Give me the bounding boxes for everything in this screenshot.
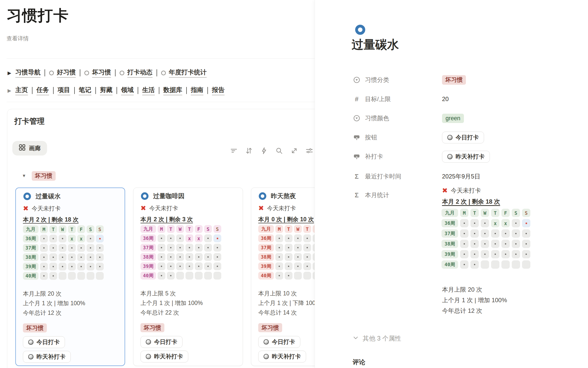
calendar-cell-dot[interactable] <box>96 263 104 270</box>
calendar-cell-dot[interactable] <box>460 250 468 258</box>
calendar-cell-dot[interactable] <box>59 244 66 252</box>
calendar-cell-dot[interactable] <box>285 272 292 280</box>
calendar-cell-dot[interactable] <box>512 219 520 227</box>
calendar-cell-dot[interactable] <box>167 262 175 270</box>
calendar-cell-dot[interactable] <box>460 240 468 248</box>
calendar-cell-dot[interactable] <box>167 272 175 280</box>
calendar-cell-empty[interactable] <box>522 260 530 269</box>
calendar-cell-dot[interactable] <box>470 250 479 258</box>
calendar-cell-dot[interactable] <box>522 229 530 238</box>
calendar-cell-dot[interactable] <box>59 263 66 270</box>
calendar-cell-empty[interactable] <box>213 272 221 280</box>
calendar-cell-x[interactable]: x <box>77 235 85 242</box>
triangle-right-icon[interactable]: ▶ <box>8 88 11 93</box>
calendar-cell-dot[interactable] <box>460 260 468 269</box>
calendar-cell-dot[interactable] <box>275 272 283 280</box>
calendar-cell-dot[interactable] <box>158 272 165 280</box>
nav-link-2[interactable]: 好习惯 <box>49 68 76 78</box>
calendar-cell-empty[interactable] <box>77 272 85 280</box>
property-value-习惯颜色[interactable]: green <box>442 111 464 125</box>
nav-link-数据库[interactable]: 数据库 <box>163 86 182 95</box>
property-value-补打卡[interactable]: 昨天补打卡 <box>442 149 490 164</box>
calendar-cell-dot[interactable] <box>522 250 530 258</box>
property-value-最近打卡时间[interactable]: 2025年9月5日 <box>442 169 480 183</box>
triangle-right-icon[interactable]: ▶ <box>8 71 11 75</box>
habit-card[interactable]: 昨天熬夜✖今天未打卡本月 0 次 | 剩余 10 次九月MTWTFSS36周37… <box>251 188 316 366</box>
calendar-cell-dot[interactable] <box>303 253 311 261</box>
checkin-button[interactable]: 今日打卡 <box>442 132 484 143</box>
search-button[interactable] <box>275 147 283 155</box>
nav-link-任务[interactable]: 任务 <box>36 86 49 95</box>
calendar-cell-dot[interactable] <box>87 235 94 242</box>
calendar-cell-dot[interactable] <box>275 244 283 252</box>
calendar-cell-dot[interactable] <box>167 234 175 242</box>
nav-link-主页[interactable]: 主页 <box>15 86 28 95</box>
calendar-cell-dot[interactable] <box>285 234 292 242</box>
calendar-cell-dot[interactable] <box>460 229 468 238</box>
calendar-cell-dot[interactable] <box>68 244 76 252</box>
checkin-button[interactable]: 今日打卡 <box>140 336 182 348</box>
calendar-cell-empty[interactable] <box>176 272 184 280</box>
calendar-cell-dot[interactable] <box>294 244 302 252</box>
calendar-cell-empty[interactable] <box>481 260 489 269</box>
calendar-cell-dot[interactable] <box>481 219 489 227</box>
calendar-cell-dot[interactable] <box>167 253 175 261</box>
nav-link-生活[interactable]: 生活 <box>142 86 155 95</box>
property-label-按钮[interactable]: 按钮 <box>353 130 377 144</box>
calendar-cell-dot[interactable] <box>213 262 221 270</box>
calendar-cell-dot[interactable] <box>49 244 57 252</box>
filter-button[interactable] <box>230 147 238 155</box>
calendar-cell-dot[interactable] <box>285 262 292 270</box>
calendar-cell-dot[interactable] <box>285 253 292 261</box>
nav-link-领域[interactable]: 领域 <box>121 86 134 95</box>
collapse-triangle-icon[interactable]: ▼ <box>22 173 26 178</box>
calendar-cell-dot[interactable] <box>68 263 76 270</box>
calendar-cell-dot[interactable] <box>204 244 212 252</box>
calendar-cell-dot[interactable] <box>303 234 311 242</box>
calendar-cell-dot[interactable] <box>96 253 104 261</box>
property-label-补打卡[interactable]: 补打卡 <box>353 149 383 164</box>
nav-link-项目[interactable]: 项目 <box>58 86 70 95</box>
calendar-cell-dot[interactable] <box>213 244 221 252</box>
calendar-cell-dot[interactable] <box>303 244 311 252</box>
calendar-cell-empty[interactable] <box>204 272 212 280</box>
calendar-cell-empty[interactable] <box>195 272 203 280</box>
nav-link-剪藏[interactable]: 剪藏 <box>100 86 113 95</box>
calendar-cell-dot[interactable] <box>294 262 302 270</box>
nav-link-1[interactable]: 习惯导航 <box>15 68 41 78</box>
checkin-button[interactable]: 昨天补打卡 <box>140 351 188 362</box>
calendar-cell-dot[interactable] <box>491 250 499 258</box>
calendar-cell-dot[interactable] <box>40 272 48 280</box>
calendar-cell-dot[interactable] <box>176 244 184 252</box>
expand-button[interactable] <box>290 147 298 155</box>
calendar-cell-dot[interactable] <box>491 229 499 238</box>
checkin-button[interactable]: 昨天补打卡 <box>442 151 490 163</box>
calendar-cell-dot[interactable] <box>87 244 94 252</box>
calendar-cell-dot[interactable] <box>40 235 48 242</box>
calendar-cell-dot[interactable] <box>285 244 292 252</box>
calendar-cell-dot[interactable] <box>470 240 479 248</box>
calendar-cell-empty[interactable] <box>491 260 499 269</box>
nav-link-5[interactable]: 年度打卡统计 <box>161 68 207 78</box>
calendar-cell-empty[interactable] <box>501 260 510 269</box>
calendar-cell-dot[interactable] <box>77 244 85 252</box>
calendar-cell-dot[interactable] <box>59 253 66 261</box>
habit-card[interactable]: 过量碳水✖今天未打卡本月 2 次 | 剩余 18 次九月MTWTFSS36周xx… <box>15 188 125 366</box>
nav-link-笔记[interactable]: 笔记 <box>79 86 91 95</box>
nav-link-报告[interactable]: 报告 <box>212 86 225 95</box>
calendar-cell-today[interactable] <box>522 219 530 227</box>
calendar-cell-dot[interactable] <box>176 262 184 270</box>
calendar-cell-dot[interactable] <box>470 219 479 227</box>
calendar-cell-dot[interactable] <box>213 253 221 261</box>
calendar-cell-dot[interactable] <box>158 262 165 270</box>
calendar-cell-dot[interactable] <box>294 234 302 242</box>
automation-button[interactable] <box>260 147 268 155</box>
calendar-cell-dot[interactable] <box>176 234 184 242</box>
calendar-cell-empty[interactable] <box>68 272 76 280</box>
calendar-cell-dot[interactable] <box>512 250 520 258</box>
nav-link-指南[interactable]: 指南 <box>191 86 203 95</box>
calendar-cell-dot[interactable] <box>275 234 283 242</box>
property-label-习惯颜色[interactable]: 习惯颜色 <box>353 111 389 125</box>
calendar-cell-dot[interactable] <box>167 244 175 252</box>
calendar-cell-dot[interactable] <box>204 234 212 242</box>
